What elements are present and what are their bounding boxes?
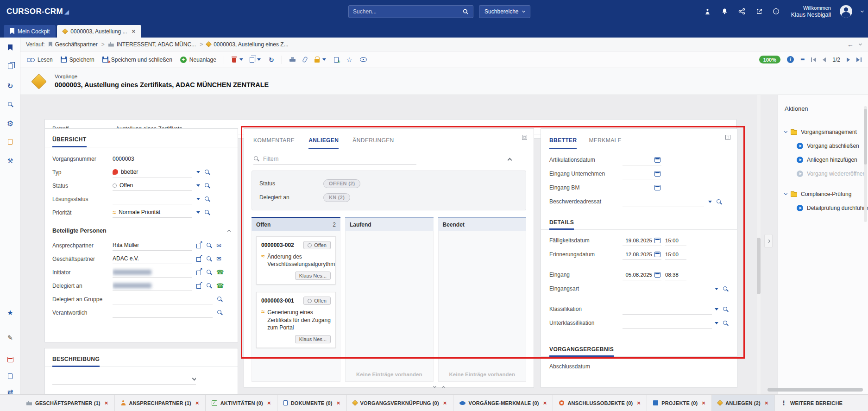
watch-button[interactable] (358, 54, 369, 66)
open-external-icon[interactable] (755, 7, 763, 16)
close-tab-icon[interactable]: × (132, 28, 135, 35)
geschaeftspartner-input[interactable]: ADAC e.V. (113, 253, 192, 264)
tab-merkmale[interactable]: MERKMALE (589, 137, 622, 149)
open-record-icon[interactable]: ↗ (196, 283, 202, 289)
close-tab-icon[interactable]: × (637, 399, 641, 406)
tab-record[interactable]: 0000003, Austellung ... × (57, 25, 141, 38)
bottom-tab-vorgaenge-merkmale[interactable]: VORGÄNGE-MERKMALE (0) × (453, 395, 554, 411)
tools-icon[interactable]: ⚒ (0, 158, 20, 164)
chevron-down-icon[interactable] (859, 42, 862, 45)
caret-down-icon[interactable] (196, 211, 200, 214)
open-record-icon[interactable]: ↗ (196, 243, 202, 248)
date-input[interactable] (623, 169, 661, 179)
next-page-button[interactable] (847, 57, 850, 62)
date-input[interactable]: 12.08.2025 (623, 249, 661, 260)
copy-stack-icon[interactable] (0, 63, 20, 69)
phone-icon[interactable]: ☎ (216, 269, 224, 275)
lock-button[interactable] (313, 54, 328, 66)
action-detailpruefung-durchfuehren[interactable]: Detailprüfung durchführen (785, 201, 868, 215)
phone-icon[interactable]: ☎ (216, 283, 224, 289)
lookup-icon[interactable] (204, 183, 210, 189)
delegiert-an-input[interactable] (113, 280, 192, 291)
lookup-icon[interactable] (723, 286, 729, 292)
time-input[interactable]: 15:00 (665, 249, 686, 260)
lookup-icon[interactable] (206, 242, 212, 248)
close-tab-icon[interactable]: × (267, 399, 271, 406)
bottom-panel-collapse-control[interactable] (434, 385, 445, 389)
bottom-tab-anliegen[interactable]: ANLIEGEN (2) × (712, 395, 775, 411)
card-assignee-chip[interactable]: Klaus Nes... (295, 272, 331, 280)
anliegen-card[interactable]: 0000003-001 Offen ≈ Generierung eines Ze… (256, 292, 336, 348)
caret-down-icon[interactable] (715, 288, 718, 290)
bottom-tab-ansprechpartner[interactable]: ANSPRECHPARTNER (1) × (115, 395, 206, 411)
bottom-tab-geschaeftspartner[interactable]: GESCHÄFTSPARTNER (1) × (20, 395, 115, 411)
date-input[interactable] (623, 183, 661, 193)
calendar-icon[interactable] (654, 171, 660, 177)
lookup-icon[interactable] (204, 196, 210, 202)
bookmarks-icon[interactable] (0, 44, 20, 51)
share-icon[interactable] (738, 7, 746, 16)
bottom-tab-vorgangsverknuepfung[interactable]: VORGANGSVERKNÜPFUNG (0) × (347, 395, 453, 411)
last-page-button[interactable] (856, 57, 862, 62)
action-anliegen-hinzufuegen[interactable]: Anliegen hinzufügen (785, 153, 868, 167)
collapse-down-chevron-icon[interactable] (433, 385, 436, 388)
print-button[interactable] (288, 54, 297, 66)
ansprechpartner-input[interactable]: Rita Müller (113, 240, 192, 251)
document-settings-icon[interactable] (0, 373, 20, 379)
global-search-box[interactable] (348, 5, 473, 18)
calendar-icon[interactable] (654, 252, 660, 257)
action-vorgang-abschliessen[interactable]: Vorgang abschließen (785, 139, 868, 153)
lookup-icon[interactable] (206, 269, 212, 275)
calendar-icon[interactable] (654, 185, 660, 190)
neuanlage-button[interactable]: + Neuanlage (178, 54, 218, 66)
bottom-tab-weitere-bereiche[interactable]: ⋮ WEITERE BEREICHE (775, 395, 849, 411)
close-tab-icon[interactable]: × (337, 399, 340, 406)
beschreibung-template-select[interactable] (52, 374, 196, 385)
lookup-icon[interactable] (217, 310, 223, 316)
info-badge-icon[interactable]: i (787, 56, 794, 63)
filter-input[interactable] (263, 156, 416, 162)
info-icon[interactable] (772, 7, 780, 16)
notifications-bell-icon[interactable] (721, 7, 729, 16)
breadcrumb-item-vorgang[interactable]: 0000003, Austellung eines Z... (207, 41, 288, 48)
history-back-icon[interactable]: ← (847, 41, 854, 48)
collapse-filter-chevron-icon[interactable] (508, 158, 512, 163)
favorites-star-icon[interactable]: ★ (0, 309, 20, 316)
caret-down-icon[interactable] (715, 322, 718, 324)
filter-delegiert-chip[interactable]: KN (2) (323, 193, 350, 202)
bottom-tab-aktivitaeten[interactable]: ✓ AKTIVITÄTEN (0) × (206, 395, 277, 411)
tab-aenderungen[interactable]: ÄNDERUNGEN (352, 137, 394, 149)
caret-down-icon[interactable] (196, 171, 200, 173)
klassifikation-input[interactable] (623, 304, 712, 315)
menu-hamburger-icon[interactable]: ≡ (800, 56, 805, 63)
close-tab-icon[interactable]: × (443, 399, 447, 406)
tab-bbetter[interactable]: BBETTER (549, 137, 577, 149)
calendar-icon[interactable] (654, 272, 660, 278)
search-input[interactable] (353, 8, 463, 15)
filter-input-box[interactable] (253, 153, 416, 165)
maximize-panel-icon[interactable] (522, 135, 527, 140)
caret-down-icon[interactable] (715, 308, 718, 310)
date-input[interactable] (623, 155, 661, 165)
email-icon[interactable]: ✉ (216, 242, 221, 248)
chevron-down-icon[interactable] (192, 376, 196, 381)
caret-down-icon[interactable] (196, 198, 200, 200)
date-input[interactable]: 05.08.2025 (623, 270, 661, 280)
lookup-icon[interactable] (723, 320, 729, 326)
first-page-button[interactable] (811, 57, 816, 62)
refresh-button[interactable]: ↻ (267, 54, 276, 66)
lookup-icon[interactable] (204, 169, 210, 175)
kanban-column-header[interactable]: Laufend (345, 217, 434, 231)
caret-down-icon[interactable] (708, 201, 712, 203)
loesungsstatus-input[interactable] (113, 194, 192, 204)
lookup-icon[interactable] (723, 306, 729, 312)
speichern-und-schliessen-button[interactable]: × Speichern und schließen (101, 54, 174, 66)
filter-status-chip[interactable]: OFFEN (2) (323, 179, 360, 188)
bottom-tab-projekte[interactable]: PROJEKTE (0) × (647, 395, 712, 411)
lookup-icon[interactable] (204, 209, 210, 215)
lesen-button[interactable]: Lesen (25, 54, 55, 66)
time-input[interactable]: 08:38 (665, 270, 686, 280)
lookup-icon[interactable] (716, 199, 722, 205)
anliegen-card[interactable]: 0000003-002 Offen ≈ Änderung des Verschl… (256, 236, 336, 285)
calendar-icon[interactable] (0, 357, 20, 362)
